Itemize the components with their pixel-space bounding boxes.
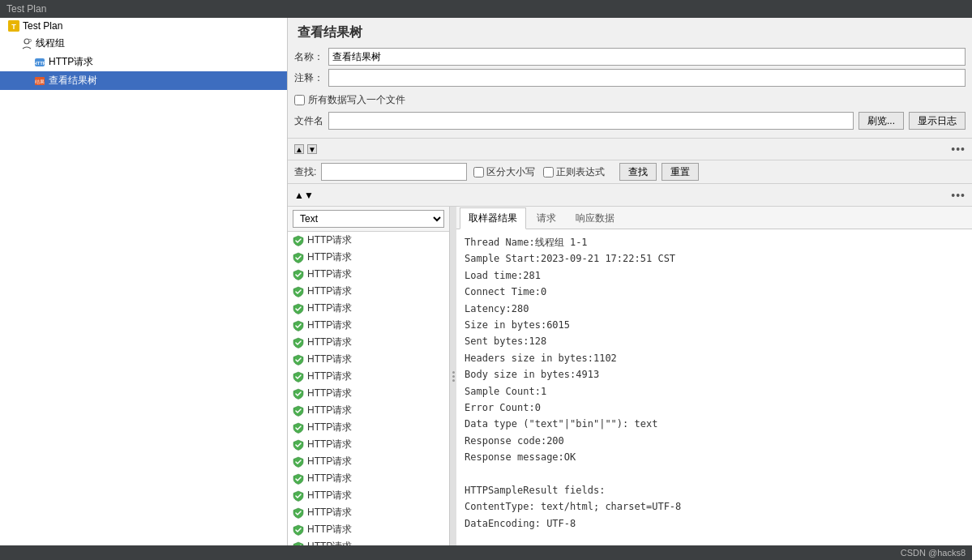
http-list-item[interactable]: HTTP请求 xyxy=(288,249,449,266)
svg-point-2 xyxy=(24,39,29,44)
http-list-item[interactable]: HTTP请求 xyxy=(288,521,449,538)
green-shield-icon xyxy=(293,269,304,280)
http-item-label: HTTP请求 xyxy=(307,455,352,468)
sidebar-item-test-plan[interactable]: T Test Plan xyxy=(0,18,287,34)
http-list-item[interactable]: HTTP请求 xyxy=(288,487,449,504)
comment-row: 注释： xyxy=(294,69,966,87)
http-list-item[interactable]: HTTP请求 xyxy=(288,504,449,521)
sidebar-item-result-tree[interactable]: 结果 查看结果树 xyxy=(0,71,287,90)
green-shield-icon xyxy=(293,235,304,246)
green-shield-icon xyxy=(293,422,304,434)
http-list-item[interactable]: HTTP请求 xyxy=(288,283,449,300)
sidebar: T Test Plan 线程组 xyxy=(0,18,288,545)
svg-text:HTTP: HTTP xyxy=(34,61,45,66)
comment-label: 注释： xyxy=(294,71,323,85)
http-list-item[interactable]: HTTP请求 xyxy=(288,266,449,283)
http-item-label: HTTP请求 xyxy=(307,318,352,332)
comment-input[interactable] xyxy=(328,69,966,87)
list-pane: Text JSON XML HTML HTTP请求 xyxy=(288,207,450,545)
bottom-bar: CSDN @hacks8 xyxy=(0,545,972,560)
green-shield-icon xyxy=(293,320,304,331)
lower-panel: Text JSON XML HTML HTTP请求 xyxy=(288,207,972,545)
http-list-item[interactable]: HTTP请求 xyxy=(288,419,449,436)
http-item-label: HTTP请求 xyxy=(307,336,352,349)
http-icon: HTTP xyxy=(34,57,45,68)
http-list-item[interactable]: HTTP请求 xyxy=(288,334,449,351)
http-item-label: HTTP请求 xyxy=(307,438,352,451)
green-shield-icon xyxy=(293,456,304,468)
name-row: 名称： xyxy=(294,48,966,66)
drag-dots xyxy=(452,371,455,382)
sidebar-label-test-plan: Test Plan xyxy=(23,20,62,32)
toolbar-row-2: ▲ ▼ ••• xyxy=(288,184,972,207)
tab-response-data[interactable]: 响应数据 xyxy=(567,207,623,229)
expand-button-2[interactable]: ▼ xyxy=(307,144,317,154)
browse-button[interactable]: 刷览... xyxy=(859,112,904,130)
name-input[interactable] xyxy=(328,48,966,66)
find-button[interactable]: 查找 xyxy=(619,163,657,181)
page-title: 查看结果树 xyxy=(298,25,362,39)
green-shield-icon xyxy=(293,507,304,519)
search-input[interactable] xyxy=(321,163,467,181)
drag-handle[interactable] xyxy=(450,207,456,545)
http-list-item[interactable]: HTTP请求 xyxy=(288,402,449,419)
tab-sampler-result[interactable]: 取样器结果 xyxy=(460,207,526,229)
http-item-label: HTTP请求 xyxy=(307,506,352,519)
log-button[interactable]: 显示日志 xyxy=(909,112,966,130)
file-label: 文件名 xyxy=(294,114,323,128)
http-item-label: HTTP请求 xyxy=(307,353,352,366)
http-list-item[interactable]: HTTP请求 xyxy=(288,317,449,334)
http-list-item[interactable]: HTTP请求 xyxy=(288,351,449,368)
case-sensitive-label: 区分大小写 xyxy=(486,165,535,179)
http-item-label: HTTP请求 xyxy=(307,267,352,281)
sidebar-item-thread-group[interactable]: 线程组 xyxy=(0,34,287,53)
green-shield-icon xyxy=(293,490,304,502)
http-list-item[interactable]: HTTP请求 xyxy=(288,436,449,453)
sidebar-item-http-request[interactable]: HTTP HTTP请求 xyxy=(0,53,287,71)
reset-button[interactable]: 重置 xyxy=(662,163,699,181)
name-label: 名称： xyxy=(294,50,323,64)
http-list-item[interactable]: HTTP请求 xyxy=(288,538,449,545)
case-sensitive-checkbox[interactable] xyxy=(473,167,484,177)
bottom-bar-text: CSDN @hacks8 xyxy=(901,548,966,558)
http-list-item[interactable]: HTTP请求 xyxy=(288,232,449,249)
file-input[interactable] xyxy=(328,112,854,130)
tab-request[interactable]: 请求 xyxy=(528,207,565,229)
file-section: 所有数据写入一个文件 文件名 刷览... 显示日志 xyxy=(288,93,972,138)
file-checkbox[interactable] xyxy=(294,95,305,105)
http-list-item[interactable]: HTTP请求 xyxy=(288,300,449,317)
http-list-item[interactable]: HTTP请求 xyxy=(288,453,449,470)
regex-checkbox[interactable] xyxy=(543,167,554,177)
search-label: 查找: xyxy=(294,165,316,179)
http-list-item[interactable]: HTTP请求 xyxy=(288,385,449,402)
http-item-label: HTTP请求 xyxy=(307,472,352,485)
sidebar-label-http-request: HTTP请求 xyxy=(49,55,93,69)
http-item-label: HTTP请求 xyxy=(307,233,352,247)
sidebar-label-thread-group: 线程组 xyxy=(36,36,65,50)
green-shield-icon xyxy=(293,541,304,546)
green-shield-icon xyxy=(293,252,304,263)
search-options: 区分大小写 正则表达式 xyxy=(473,165,614,179)
file-checkbox-label: 所有数据写入一个文件 xyxy=(308,93,405,107)
http-list-item[interactable]: HTTP请求 xyxy=(288,368,449,385)
content-header: 查看结果树 xyxy=(288,18,972,45)
detail-pane: 取样器结果 请求 响应数据 Thread Name:线程组 1-1 Sample… xyxy=(456,207,972,545)
sidebar-label-result-tree: 查看结果树 xyxy=(49,74,97,88)
expand-button-4[interactable]: ▼ xyxy=(304,190,314,201)
dropdown-row: Text JSON XML HTML xyxy=(288,207,449,232)
expand-button-3[interactable]: ▲ xyxy=(294,190,304,201)
green-shield-icon xyxy=(293,286,304,297)
format-dropdown[interactable]: Text JSON XML HTML xyxy=(293,210,444,228)
test-plan-icon: T xyxy=(8,20,19,32)
detail-content: Thread Name:线程组 1-1 Sample Start:2023-09… xyxy=(456,229,972,545)
http-item-label: HTTP请求 xyxy=(307,301,352,315)
green-shield-icon xyxy=(293,524,304,536)
http-request-list: HTTP请求 HTTP请求 HTTP请求 HTTP请求 xyxy=(288,232,449,545)
expand-button-1[interactable]: ▲ xyxy=(294,144,304,154)
result-tree-icon: 结果 xyxy=(34,75,45,87)
toolbar-dots-2: ••• xyxy=(951,189,966,202)
http-list-item[interactable]: HTTP请求 xyxy=(288,470,449,487)
http-item-label: HTTP请求 xyxy=(307,421,352,434)
green-shield-icon xyxy=(293,405,304,417)
file-row: 文件名 刷览... 显示日志 xyxy=(294,110,966,131)
